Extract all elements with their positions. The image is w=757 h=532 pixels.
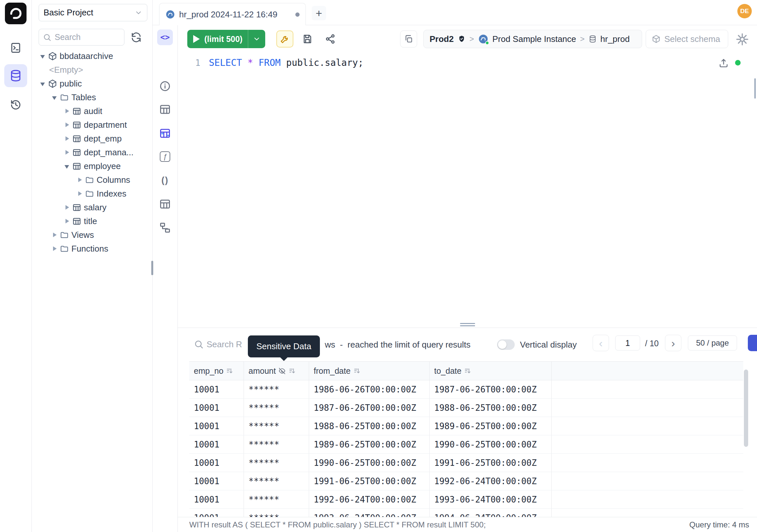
tree-item-tables[interactable]: Tables bbox=[32, 90, 152, 104]
cell[interactable]: 10001 bbox=[189, 472, 244, 490]
sidebar-resizer[interactable] bbox=[151, 261, 153, 275]
run-options-dropdown[interactable] bbox=[248, 30, 265, 48]
sort-icon[interactable] bbox=[226, 367, 233, 375]
cell-masked[interactable]: ****** bbox=[244, 380, 309, 398]
export-button-partial[interactable] bbox=[748, 335, 757, 351]
project-select[interactable]: Basic Project bbox=[39, 4, 147, 21]
refresh-icon[interactable] bbox=[130, 31, 142, 43]
sort-icon[interactable] bbox=[464, 367, 471, 375]
sql-editor-view-button[interactable]: <> bbox=[157, 29, 173, 45]
tree-item-department[interactable]: department bbox=[32, 118, 152, 132]
cell[interactable]: 10001 bbox=[189, 417, 244, 435]
table-scrollbar[interactable] bbox=[744, 369, 748, 447]
chevron-collapsed-icon[interactable] bbox=[76, 191, 82, 197]
cell[interactable]: 1987-06-26T00:00:00Z bbox=[309, 399, 430, 417]
cell-masked[interactable]: ****** bbox=[244, 417, 309, 435]
chevron-collapsed-icon[interactable] bbox=[76, 177, 82, 183]
tree-item-dept-emp[interactable]: dept_emp bbox=[32, 132, 152, 145]
chevron-collapsed-icon[interactable] bbox=[64, 149, 70, 155]
cell[interactable]: 1992-06-24T00:00:00Z bbox=[430, 472, 552, 490]
tree-item-bbdataarchive[interactable]: bbdataarchive bbox=[32, 49, 152, 63]
history-icon[interactable] bbox=[10, 99, 22, 111]
chevron-collapsed-icon[interactable] bbox=[64, 122, 70, 128]
avatar[interactable]: DE bbox=[737, 4, 752, 18]
cell[interactable]: 1990-06-25T00:00:00Z bbox=[309, 454, 430, 472]
cell[interactable]: 1988-06-25T00:00:00Z bbox=[309, 417, 430, 435]
next-page-button[interactable]: › bbox=[665, 335, 681, 351]
tab-worksheet[interactable]: hr_prod 2024-11-22 16:49 bbox=[159, 3, 306, 25]
chevron-collapsed-icon[interactable] bbox=[51, 232, 57, 238]
editor-scrollbar[interactable] bbox=[754, 78, 756, 99]
chevron-collapsed-icon[interactable] bbox=[51, 246, 57, 252]
column-header-emp-no[interactable]: emp_no bbox=[189, 362, 244, 380]
sidebar-search[interactable] bbox=[39, 29, 124, 46]
tree-item-salary[interactable]: salary bbox=[32, 201, 152, 214]
sort-icon[interactable] bbox=[288, 367, 296, 375]
sql-editor[interactable]: 1 SELECT * FROM public.salary; bbox=[178, 53, 757, 328]
chevron-collapsed-icon[interactable] bbox=[64, 136, 70, 141]
column-header-from-date[interactable]: from_date bbox=[309, 362, 430, 380]
tree-item-title[interactable]: title bbox=[32, 214, 152, 228]
upload-icon[interactable] bbox=[718, 58, 729, 68]
cell[interactable]: 10001 bbox=[189, 399, 244, 417]
chevron-expanded-icon[interactable] bbox=[40, 53, 45, 59]
select-schema-button[interactable]: Select schema bbox=[646, 30, 728, 48]
cell[interactable]: 1991-06-25T00:00:00Z bbox=[309, 472, 430, 490]
table-panel-icon[interactable] bbox=[159, 104, 171, 115]
cell-masked[interactable]: ****** bbox=[244, 472, 309, 490]
tree-item-dept-manager[interactable]: dept_mana... bbox=[32, 145, 152, 159]
page-number-box[interactable]: 1 bbox=[615, 335, 640, 351]
panel-resize-grip[interactable] bbox=[460, 323, 475, 326]
cell-masked[interactable]: ****** bbox=[244, 490, 309, 508]
table-row[interactable]: 10001 ****** 1988-06-25T00:00:00Z 1989-0… bbox=[189, 417, 743, 435]
tree-item-audit[interactable]: audit bbox=[32, 104, 152, 118]
procedures-panel-button[interactable]: () bbox=[159, 174, 171, 186]
cell[interactable]: 1993-06-24T00:00:00Z bbox=[430, 490, 552, 508]
table-row[interactable]: 10001 ****** 1989-06-25T00:00:00Z 1990-0… bbox=[189, 435, 743, 454]
cell[interactable]: 1994-06-24T00:00:00Z bbox=[430, 509, 552, 517]
app-logo[interactable] bbox=[5, 3, 26, 24]
new-tab-button[interactable]: + bbox=[312, 6, 326, 20]
schema-diagram-icon[interactable] bbox=[159, 222, 171, 234]
database-nav-button[interactable] bbox=[4, 64, 27, 87]
chevron-collapsed-icon[interactable] bbox=[64, 108, 70, 114]
cell[interactable]: 10001 bbox=[189, 435, 244, 454]
chevron-expanded-icon[interactable] bbox=[40, 80, 45, 86]
cell[interactable]: 1993-06-24T00:00:00Z bbox=[309, 509, 430, 517]
chevron-collapsed-icon[interactable] bbox=[64, 204, 70, 210]
cell[interactable]: 10001 bbox=[189, 509, 244, 517]
table-row[interactable]: 10001 ****** 1990-06-25T00:00:00Z 1991-0… bbox=[189, 454, 743, 472]
chevron-collapsed-icon[interactable] bbox=[64, 218, 70, 224]
ai-assistant-icon[interactable] bbox=[735, 32, 749, 46]
admin-wrench-button[interactable] bbox=[276, 30, 293, 47]
cell[interactable]: 1986-06-26T00:00:00Z bbox=[309, 380, 430, 398]
cell[interactable]: 1988-06-25T00:00:00Z bbox=[430, 399, 552, 417]
save-icon[interactable] bbox=[302, 33, 313, 45]
page-size-select[interactable]: 50 / page bbox=[688, 335, 737, 351]
share-icon[interactable] bbox=[325, 33, 336, 45]
cell[interactable]: 1990-06-25T00:00:00Z bbox=[430, 435, 552, 454]
tree-item-employee[interactable]: employee bbox=[32, 159, 152, 173]
column-header-to-date[interactable]: to_date bbox=[430, 362, 552, 380]
table-row[interactable]: 10001 ****** 1986-06-26T00:00:00Z 1987-0… bbox=[189, 380, 743, 399]
tree-item-views[interactable]: Views bbox=[32, 228, 152, 242]
prev-page-button[interactable]: ‹ bbox=[592, 335, 609, 351]
table-row-partial[interactable]: 10001 ****** 1993-06-24T00:00:00Z 1994-0… bbox=[189, 509, 743, 517]
cell[interactable]: 1991-06-25T00:00:00Z bbox=[430, 454, 552, 472]
sidebar-search-input[interactable] bbox=[55, 32, 120, 42]
functions-panel-button[interactable]: ƒ bbox=[159, 151, 171, 163]
worksheet-icon[interactable] bbox=[10, 42, 22, 54]
chevron-expanded-icon[interactable] bbox=[64, 163, 70, 169]
column-header-amount[interactable]: amount bbox=[244, 362, 309, 380]
vertical-display-toggle[interactable] bbox=[497, 339, 515, 350]
cell-masked[interactable]: ****** bbox=[244, 435, 309, 454]
tree-item-functions[interactable]: Functions bbox=[32, 242, 152, 256]
run-query-button[interactable]: (limit 500) bbox=[187, 30, 265, 48]
external-table-icon[interactable] bbox=[159, 198, 171, 210]
cell[interactable]: 1987-06-26T00:00:00Z bbox=[430, 380, 552, 398]
eye-off-icon[interactable] bbox=[278, 367, 286, 375]
copy-connection-button[interactable] bbox=[400, 30, 417, 47]
cell[interactable]: 1989-06-25T00:00:00Z bbox=[430, 417, 552, 435]
table-row[interactable]: 10001 ****** 1987-06-26T00:00:00Z 1988-0… bbox=[189, 399, 743, 417]
cell[interactable]: 1989-06-25T00:00:00Z bbox=[309, 435, 430, 454]
